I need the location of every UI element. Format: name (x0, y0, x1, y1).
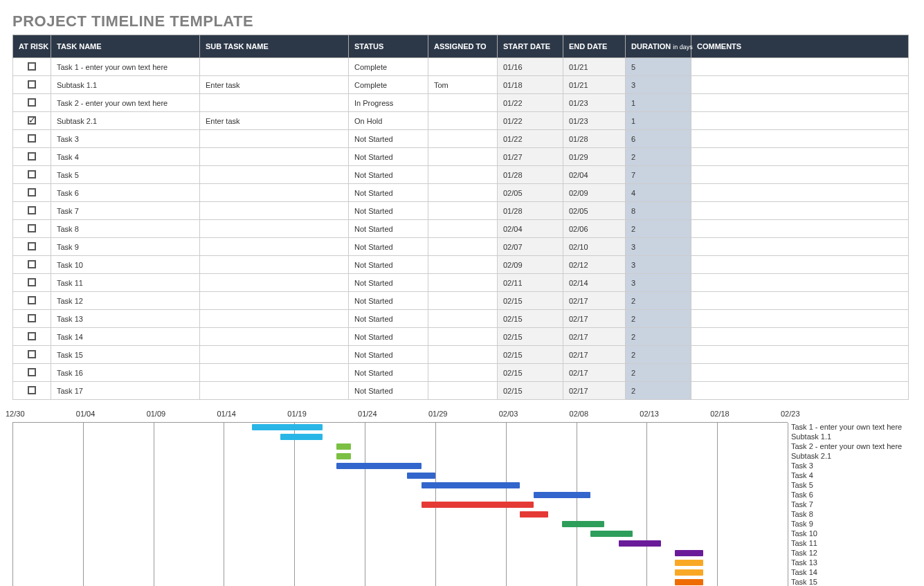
comments-cell[interactable] (691, 202, 909, 220)
subtask-cell[interactable] (200, 346, 349, 364)
comments-cell[interactable] (691, 346, 909, 364)
risk-cell[interactable] (13, 184, 51, 202)
risk-cell[interactable] (13, 58, 51, 76)
subtask-cell[interactable] (200, 364, 349, 382)
risk-checkbox[interactable] (28, 278, 36, 286)
comments-cell[interactable] (691, 166, 909, 184)
status-cell[interactable]: Not Started (349, 364, 428, 382)
subtask-cell[interactable] (200, 184, 349, 202)
risk-checkbox[interactable] (28, 116, 36, 125)
assigned-cell[interactable] (428, 148, 498, 166)
risk-cell[interactable] (13, 364, 51, 382)
duration-cell[interactable]: 3 (626, 238, 691, 256)
start-date-cell[interactable]: 01/27 (498, 148, 563, 166)
task-name-cell[interactable]: Task 12 (51, 292, 200, 310)
duration-cell[interactable]: 3 (626, 274, 691, 292)
end-date-cell[interactable]: 01/23 (563, 112, 626, 130)
assigned-cell[interactable] (428, 238, 498, 256)
comments-cell[interactable] (691, 364, 909, 382)
task-name-cell[interactable]: Task 14 (51, 328, 200, 346)
duration-cell[interactable]: 2 (626, 310, 691, 328)
assigned-cell[interactable] (428, 274, 498, 292)
end-date-cell[interactable]: 02/09 (563, 184, 626, 202)
risk-checkbox[interactable] (28, 170, 36, 178)
risk-checkbox[interactable] (28, 98, 36, 107)
assigned-cell[interactable]: Tom (428, 76, 498, 94)
status-cell[interactable]: Not Started (349, 382, 428, 400)
risk-checkbox[interactable] (28, 62, 36, 71)
assigned-cell[interactable] (428, 94, 498, 112)
status-cell[interactable]: Not Started (349, 328, 428, 346)
subtask-cell[interactable]: Enter task (200, 112, 349, 130)
risk-cell[interactable] (13, 148, 51, 166)
duration-cell[interactable]: 4 (626, 184, 691, 202)
subtask-cell[interactable] (200, 328, 349, 346)
task-name-cell[interactable]: Task 1 - enter your own text here (51, 58, 200, 76)
risk-cell[interactable] (13, 256, 51, 274)
start-date-cell[interactable]: 01/28 (498, 166, 563, 184)
risk-cell[interactable] (13, 274, 51, 292)
start-date-cell[interactable]: 01/22 (498, 94, 563, 112)
subtask-cell[interactable] (200, 130, 349, 148)
duration-cell[interactable]: 3 (626, 76, 691, 94)
risk-cell[interactable] (13, 292, 51, 310)
status-cell[interactable]: In Progress (349, 94, 428, 112)
duration-cell[interactable]: 2 (626, 382, 691, 400)
start-date-cell[interactable]: 02/15 (498, 328, 563, 346)
duration-cell[interactable]: 7 (626, 166, 691, 184)
end-date-cell[interactable]: 02/17 (563, 328, 626, 346)
risk-checkbox[interactable] (28, 386, 36, 394)
end-date-cell[interactable]: 02/10 (563, 238, 626, 256)
comments-cell[interactable] (691, 112, 909, 130)
risk-checkbox[interactable] (28, 314, 36, 322)
end-date-cell[interactable]: 01/21 (563, 58, 626, 76)
status-cell[interactable]: Not Started (349, 256, 428, 274)
task-name-cell[interactable]: Task 7 (51, 202, 200, 220)
end-date-cell[interactable]: 01/23 (563, 94, 626, 112)
end-date-cell[interactable]: 02/17 (563, 310, 626, 328)
start-date-cell[interactable]: 02/15 (498, 346, 563, 364)
task-name-cell[interactable]: Task 9 (51, 238, 200, 256)
task-name-cell[interactable]: Task 6 (51, 184, 200, 202)
comments-cell[interactable] (691, 382, 909, 400)
end-date-cell[interactable]: 02/14 (563, 274, 626, 292)
task-name-cell[interactable]: Task 11 (51, 274, 200, 292)
start-date-cell[interactable]: 02/15 (498, 382, 563, 400)
subtask-cell[interactable] (200, 256, 349, 274)
subtask-cell[interactable] (200, 94, 349, 112)
start-date-cell[interactable]: 01/16 (498, 58, 563, 76)
start-date-cell[interactable]: 02/07 (498, 238, 563, 256)
risk-cell[interactable] (13, 202, 51, 220)
start-date-cell[interactable]: 01/28 (498, 202, 563, 220)
assigned-cell[interactable] (428, 328, 498, 346)
start-date-cell[interactable]: 01/22 (498, 112, 563, 130)
start-date-cell[interactable]: 02/15 (498, 310, 563, 328)
end-date-cell[interactable]: 02/17 (563, 346, 626, 364)
subtask-cell[interactable] (200, 148, 349, 166)
risk-cell[interactable] (13, 310, 51, 328)
subtask-cell[interactable]: Enter task (200, 76, 349, 94)
risk-checkbox[interactable] (28, 206, 36, 214)
risk-cell[interactable] (13, 112, 51, 130)
risk-checkbox[interactable] (28, 368, 36, 376)
duration-cell[interactable]: 5 (626, 58, 691, 76)
end-date-cell[interactable]: 01/21 (563, 76, 626, 94)
comments-cell[interactable] (691, 76, 909, 94)
risk-cell[interactable] (13, 76, 51, 94)
subtask-cell[interactable] (200, 238, 349, 256)
start-date-cell[interactable]: 02/15 (498, 292, 563, 310)
end-date-cell[interactable]: 02/06 (563, 220, 626, 238)
comments-cell[interactable] (691, 148, 909, 166)
comments-cell[interactable] (691, 274, 909, 292)
risk-cell[interactable] (13, 166, 51, 184)
risk-checkbox[interactable] (28, 224, 36, 232)
status-cell[interactable]: Not Started (349, 202, 428, 220)
start-date-cell[interactable]: 01/22 (498, 130, 563, 148)
duration-cell[interactable]: 1 (626, 112, 691, 130)
task-name-cell[interactable]: Task 5 (51, 166, 200, 184)
risk-checkbox[interactable] (28, 188, 36, 196)
assigned-cell[interactable] (428, 346, 498, 364)
assigned-cell[interactable] (428, 382, 498, 400)
start-date-cell[interactable]: 02/15 (498, 364, 563, 382)
task-name-cell[interactable]: Task 2 - enter your own text here (51, 94, 200, 112)
